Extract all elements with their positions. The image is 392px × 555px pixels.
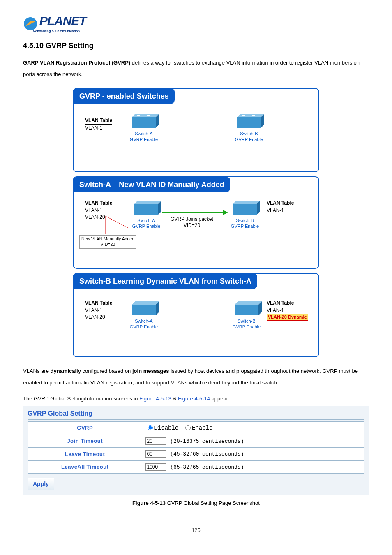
switch-icon xyxy=(234,112,264,130)
page-number: 126 xyxy=(23,526,369,534)
d2-mid-label: GVRP Joins packet VID=20 xyxy=(171,216,213,229)
gvrp-disable-radio[interactable] xyxy=(148,425,153,430)
table-row: Join Timeout (20-16375 centiseconds) xyxy=(28,435,364,448)
callout-line xyxy=(103,214,132,238)
d2-switch-a: Switch-A GVRP Enable xyxy=(131,199,161,229)
brand-name: PLANET xyxy=(39,14,86,28)
svg-line-8 xyxy=(106,216,128,228)
section-heading: 4.5.10 GVRP Setting xyxy=(23,40,369,51)
d3-switch-b: Switch-B GVRP Enable xyxy=(231,300,262,330)
svg-marker-14 xyxy=(233,201,260,204)
figure-ref-link[interactable]: Figure 4-5-13 xyxy=(139,395,171,402)
d1-switch-a: Switch-A GVRP Enable xyxy=(129,112,159,143)
d2-switch-b: Switch-B GVRP Enable xyxy=(230,199,260,229)
figure-caption: Figure 4-5-13 GVRP Global Setting Page S… xyxy=(23,499,369,507)
d3-switch-a: Switch-A GVRP Enable xyxy=(129,300,159,330)
switch-icon xyxy=(129,300,159,318)
hint-text: (20-16375 centiseconds) xyxy=(170,438,244,444)
table-row: GVRP Disable Enable xyxy=(28,421,364,435)
table-row: LeaveAll Timeout (65-32765 centiseconds) xyxy=(28,460,364,474)
svg-rect-21 xyxy=(235,305,258,315)
switch-icon xyxy=(230,199,260,217)
radio-label: Enable xyxy=(192,425,212,431)
gvrp-global-setting-panel: GVRP Global Setting GVRP Disable Enable … xyxy=(23,406,369,495)
brand-tagline: Networking & Communication xyxy=(33,29,369,34)
switch-icon xyxy=(231,300,262,318)
svg-marker-4 xyxy=(237,114,264,117)
d2-note-box: New VLAN Manually Added VID=20 xyxy=(79,235,136,249)
intro-bold: GARP VLAN Registration Protocol (GVRP) xyxy=(23,60,130,66)
svg-rect-15 xyxy=(233,204,257,215)
leave-timeout-input[interactable] xyxy=(145,450,166,458)
d1-switch-b: Switch-B GVRP Enable xyxy=(234,112,264,143)
arrow-icon xyxy=(162,210,228,215)
d2-vlan-table-b: VLAN Table VLAN-1 xyxy=(267,200,294,214)
row-label-join: Join Timeout xyxy=(28,435,142,448)
gvrp-enable-radio[interactable] xyxy=(185,425,191,430)
switch-icon xyxy=(131,199,161,217)
table-row: Leave Timeout (45-32760 centiseconds) xyxy=(28,448,364,461)
svg-marker-13 xyxy=(223,210,228,215)
svg-marker-17 xyxy=(132,301,159,305)
d3-vlan-table-b: VLAN Table VLAN-1 VLAN-20 Dynamic xyxy=(267,300,308,321)
diagram-2-title: Switch-A – New VLAN ID Manually Added xyxy=(74,177,230,192)
diagram-1-title: GVRP - enabled Switches xyxy=(74,89,175,104)
leaveall-timeout-input[interactable] xyxy=(145,463,166,471)
diagram-stack: GVRP - enabled Switches VLAN Table VLAN-… xyxy=(73,88,319,357)
hint-text: (65-32765 centiseconds) xyxy=(170,464,244,470)
row-label-gvrp: GVRP xyxy=(28,421,142,435)
brand-logo: PLANET Networking & Communication xyxy=(23,12,369,34)
hint-text: (45-32760 centiseconds) xyxy=(170,451,244,457)
svg-rect-5 xyxy=(237,117,261,128)
row-label-leaveall: LeaveAll Timeout xyxy=(28,460,142,474)
paragraph-2: VLANs are dynamically configured based o… xyxy=(23,365,369,389)
d1-vlan-table: VLAN Table VLAN-1 xyxy=(85,117,112,131)
svg-rect-2 xyxy=(132,117,156,128)
svg-marker-9 xyxy=(134,201,161,204)
diagram-3-title: Switch-B Learning Dynamic VLAN from Swit… xyxy=(74,274,257,289)
paragraph-3: The GVRP Global Setting/Information scre… xyxy=(23,395,369,403)
svg-rect-10 xyxy=(134,204,158,215)
radio-label: Disable xyxy=(154,425,178,431)
diagram-1: GVRP - enabled Switches VLAN Table VLAN-… xyxy=(73,88,319,172)
row-label-leave: Leave Timeout xyxy=(28,448,142,461)
diagram-2: Switch-A – New VLAN ID Manually Added VL… xyxy=(73,176,319,269)
figure-ref-link[interactable]: Figure 4-5-14 xyxy=(178,395,210,402)
diagram-3: Switch-B Learning Dynamic VLAN from Swit… xyxy=(73,273,319,357)
intro-paragraph: GARP VLAN Registration Protocol (GVRP) d… xyxy=(23,57,369,81)
apply-button[interactable]: Apply xyxy=(28,478,54,490)
svg-marker-20 xyxy=(235,301,262,305)
join-timeout-input[interactable] xyxy=(145,437,166,445)
svg-marker-1 xyxy=(132,114,159,117)
d3-vlan-table-a: VLAN Table VLAN-1 VLAN-20 xyxy=(85,300,112,321)
svg-rect-18 xyxy=(132,305,156,315)
panel-heading: GVRP Global Setting xyxy=(28,409,364,420)
settings-table: GVRP Disable Enable Join Timeout (20-163… xyxy=(28,421,364,474)
switch-icon xyxy=(129,112,159,130)
